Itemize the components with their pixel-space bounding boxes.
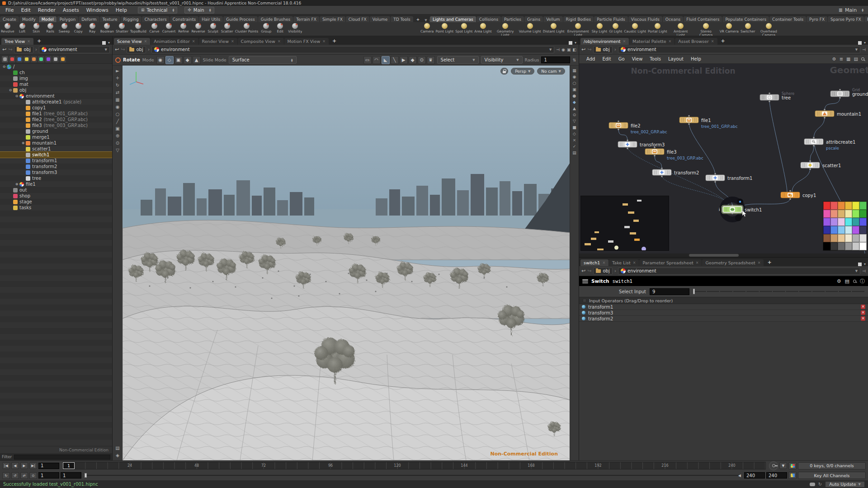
shelf-tool-portal-light[interactable]: Portal Light: [647, 22, 668, 36]
pane-tab-parameter-spreadsheet[interactable]: Parameter Spreadsheet×: [639, 259, 702, 266]
materials-icon[interactable]: [31, 56, 37, 62]
shelf-tab-viscous-fluids[interactable]: Viscous Fluids: [628, 16, 662, 22]
pane-split-icon[interactable]: [858, 263, 862, 266]
left-tool-icon-3[interactable]: ⇄: [116, 90, 119, 95]
shelf-tab-oceans[interactable]: Oceans: [663, 16, 683, 22]
range-start-field[interactable]: 1: [38, 472, 59, 479]
display-option-icon-13[interactable]: ▤: [572, 150, 576, 155]
palette-color-30a030[interactable]: [859, 210, 867, 218]
shelf-tab-vellum[interactable]: Vellum: [543, 16, 562, 22]
pane-tab-animation-editor[interactable]: Animation Editor×: [151, 38, 198, 45]
shelf-tool-caustic-light[interactable]: Caustic Light: [623, 22, 647, 36]
pose-handle-icon[interactable]: ▲: [193, 56, 201, 64]
shelf-tool-switcher[interactable]: Switcher: [740, 22, 756, 36]
palette-color-e0e0e0[interactable]: [859, 234, 867, 242]
input-operator-transform3[interactable]: transform3×: [579, 310, 868, 316]
palette-color-e83030[interactable]: [823, 202, 830, 210]
network-node-ground[interactable]: Gridground: [830, 88, 868, 99]
front-select-icon[interactable]: ▶: [400, 56, 408, 64]
list-view-icon[interactable]: ≣: [840, 56, 843, 61]
shelf-tab-rigging[interactable]: Rigging: [121, 16, 142, 22]
tree-node-mountain1[interactable]: ⊕mountain1: [0, 140, 112, 146]
shelf-tab-td-tools[interactable]: TD Tools: [391, 16, 413, 22]
palette-color-000000[interactable]: [823, 242, 830, 250]
shelf-tool-group[interactable]: Group: [259, 22, 273, 36]
shelf-tab-simple-fx[interactable]: Simple FX: [320, 16, 345, 22]
presets-icon[interactable]: ▤: [845, 278, 849, 284]
shelf-tab-model[interactable]: Model: [39, 16, 57, 22]
lights-icon[interactable]: [24, 56, 30, 62]
tree-node-environment[interactable]: ⊖environment: [0, 93, 112, 99]
shelf-tab-particle-fluids[interactable]: Particle Fluids: [594, 16, 627, 22]
display-option-icon-9[interactable]: ■: [572, 125, 576, 130]
tree-node-scatter1[interactable]: scatter1: [0, 146, 112, 152]
channel-editor-button[interactable]: [788, 472, 797, 479]
display-option-icon-6[interactable]: ▲: [573, 106, 576, 111]
menu-edit[interactable]: Edit: [17, 7, 34, 13]
shelf-tool-ambient-light[interactable]: Ambient Light: [668, 22, 693, 36]
grid-view-icon[interactable]: ▦: [846, 56, 850, 61]
pane-tab-switch1[interactable]: switch1×: [580, 259, 609, 266]
key-all-channels-button[interactable]: Key All Channels: [798, 472, 866, 479]
pane-tab-material-palette[interactable]: Material Palette×: [629, 38, 675, 45]
network-menu-help[interactable]: Help: [687, 56, 705, 61]
pane-tab-asset-browser[interactable]: Asset Browser×: [675, 38, 717, 45]
pane-tab-geometry-spreadsheet[interactable]: Geometry Spreadsheet×: [702, 259, 764, 266]
palette-color-c8c8c8[interactable]: [852, 242, 859, 250]
shelf-tool-revolve[interactable]: Revolve: [0, 22, 15, 36]
pane-tab-motion-fx-view[interactable]: Motion FX View×: [284, 38, 329, 45]
pane-tab-obj-environment[interactable]: /obj/environment×: [580, 38, 629, 45]
shelf-tab-container-tools[interactable]: Container Tools: [769, 16, 806, 22]
menu-render[interactable]: Render: [34, 7, 59, 13]
display-option-icon-8[interactable]: ▽: [573, 119, 576, 123]
tree-node-[interactable]: ⊖/: [0, 64, 112, 70]
palette-color-e8c8e8[interactable]: [838, 218, 845, 226]
range-end-field-2[interactable]: 240: [766, 472, 787, 479]
palette-color-5858e8[interactable]: [859, 218, 867, 226]
tree-node-merge1[interactable]: merge1: [0, 134, 112, 140]
back-icon[interactable]: ↩: [581, 268, 585, 274]
shelf-tab-add[interactable]: +: [414, 16, 423, 22]
shelf-tool-gi-light[interactable]: GI Light: [608, 22, 623, 36]
pane-tab-take-list[interactable]: Take List×: [609, 259, 639, 266]
shelf-tool-sculpt[interactable]: Sculpt: [206, 22, 220, 36]
network-menu-layout[interactable]: Layout: [665, 56, 687, 61]
display-option-icon-12[interactable]: ✓: [573, 144, 576, 149]
laser-select-icon[interactable]: ╲: [391, 56, 399, 64]
display-option-icon-2[interactable]: ○: [573, 81, 576, 85]
timeline-ruler[interactable]: 1 24487296120144168192216240: [62, 462, 766, 469]
tree-node-tasks[interactable]: tasks: [0, 205, 112, 211]
camera-lock-button[interactable]: [500, 68, 508, 75]
key-options-button[interactable]: ▼: [779, 462, 787, 469]
select-dropdown[interactable]: Select ▼: [437, 56, 479, 64]
group-select-icon[interactable]: ◆: [409, 56, 417, 64]
auto-update-dropdown[interactable]: Auto Update ▼: [825, 481, 865, 488]
crown-select-icon[interactable]: ♛: [427, 56, 435, 64]
shelf-tool-vr-camera[interactable]: VR Camera: [719, 22, 740, 36]
display-option-icon-11[interactable]: ×: [573, 138, 576, 142]
palette-color-ffffff[interactable]: [859, 242, 867, 250]
shelf-tab-lights-and-cameras[interactable]: Lights and Cameras: [430, 16, 476, 22]
network-node-file1[interactable]: file1tree_001_GRP.abc: [679, 115, 738, 129]
lasso-select-icon[interactable]: ◠: [373, 56, 381, 64]
remove-input-button[interactable]: ×: [861, 305, 865, 309]
network-menu-edit[interactable]: Edit: [599, 56, 614, 61]
tree-node-transform3[interactable]: transform3: [0, 169, 112, 175]
network-menu-add[interactable]: Add: [583, 56, 599, 61]
pane-tab-composite-view[interactable]: Composite View×: [238, 38, 284, 45]
breadcrumb-current[interactable]: environment ▼: [618, 267, 860, 275]
camera-select-button[interactable]: No cam▼: [537, 68, 565, 75]
expander-icon[interactable]: ⊖: [14, 94, 19, 98]
search-icon[interactable]: [861, 57, 864, 61]
pin-icon[interactable]: ⊣: [556, 47, 560, 52]
palette-color-e8c898[interactable]: [838, 234, 845, 242]
pane-tab-tree-view[interactable]: Tree View×: [1, 38, 33, 45]
network-menu-go[interactable]: Go: [615, 56, 628, 61]
breadcrumb-root[interactable]: obj: [593, 267, 612, 275]
menubar-right-spinner[interactable]: ▲▼: [862, 8, 863, 12]
xform-handle-icon[interactable]: ◉: [156, 56, 165, 64]
shelf-tab-particles[interactable]: Particles: [501, 16, 524, 22]
palette-color-8a583a[interactable]: [823, 234, 830, 242]
palette-color-e858b0[interactable]: [823, 210, 830, 218]
palette-color-383858[interactable]: [859, 226, 867, 234]
